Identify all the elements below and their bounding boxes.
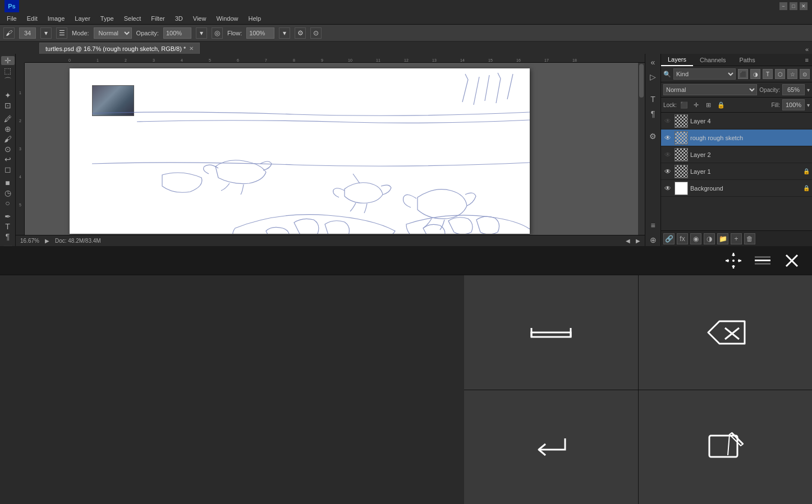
menu-select[interactable]: Select [120,14,146,23]
fill-input[interactable] [782,99,805,110]
scroll-right-btn[interactable]: ▶ [636,238,640,244]
brush-tool[interactable]: 🖌 [1,135,15,144]
layer-item-bg[interactable]: 👁 Background 🔒 [661,180,812,197]
collapse-panel-btn[interactable]: « [647,56,659,68]
layer-eye-layer4[interactable]: 👁 [663,117,672,126]
flow-triangle-icon[interactable]: ▾ [279,27,290,39]
search-pixel-btn[interactable]: ⬛ [738,69,748,79]
menu-layer[interactable]: Layer [70,14,95,23]
scroll-left-btn[interactable]: ◀ [626,238,630,244]
history-brush-tool[interactable]: ↩ [1,155,15,164]
airbrush-icon[interactable]: ◎ [212,27,223,39]
clone-tool[interactable]: ⊙ [1,145,15,154]
brush-picker-icon[interactable]: ▾ [40,27,52,39]
lock-artboards-btn[interactable]: ⊞ [704,100,714,110]
fill-chevron[interactable]: ▾ [807,102,810,108]
document-tab[interactable]: turtles.psd @ 16.7% (rough rough sketch,… [39,43,200,54]
scrollbar-vertical[interactable] [638,63,645,235]
paragraph-side-icon[interactable]: ¶ [647,108,659,120]
marquee-tool[interactable]: ⬚ [1,66,15,75]
eyedropper-tool[interactable]: 🖉 [1,114,15,123]
layer-item-layer2[interactable]: 👁 Layer 2 [661,146,812,163]
edit-key[interactable] [639,390,813,505]
layer-item-rough[interactable]: 👁 rough rough sketch [661,130,812,146]
menu-filter[interactable]: Filter [146,14,169,23]
layer-group-btn[interactable]: 📁 [717,233,728,244]
smoothing-icon[interactable]: ⚙ [295,27,306,39]
menu-type[interactable]: Type [96,14,118,23]
backspace-key[interactable] [639,275,813,390]
flow-input[interactable] [246,27,274,39]
virtual-kb-close-btn[interactable] [781,249,803,272]
layer-effects-btn[interactable]: fx [677,233,688,244]
dodge-tool[interactable]: ○ [1,198,15,207]
extra-side-icon[interactable]: ≡ [647,219,659,232]
search-adjust-btn[interactable]: ◑ [750,69,760,79]
scrollbar-vertical-thumb[interactable] [639,64,644,98]
menu-file[interactable]: File [2,14,21,23]
panel-collapse-btn[interactable]: ≡ [802,56,812,64]
move-tool[interactable]: ✛ [1,56,15,65]
tab-channels[interactable]: Channels [693,54,732,66]
menu-edit[interactable]: Edit [22,14,42,23]
search-kind-select[interactable]: Kind Name Effect [673,68,736,80]
search-shape-btn[interactable]: ⬡ [775,69,785,79]
magic-wand-tool[interactable]: ✦ [1,91,15,100]
search-type-btn[interactable]: T [763,69,773,79]
pen-tool[interactable]: ✒ [1,212,15,221]
opacity-chevron[interactable]: ▾ [807,87,810,93]
opacity-input[interactable] [163,27,191,39]
extra-side-icon2[interactable]: ⊕ [647,234,659,246]
lasso-tool[interactable]: ⌒ [1,76,15,86]
panel-collapse-arrow[interactable]: « [802,45,812,54]
tab-close-button[interactable]: ✕ [189,45,194,52]
enter-key[interactable] [464,390,638,505]
menu-help[interactable]: Help [244,14,266,23]
tab-paths[interactable]: Paths [733,54,762,66]
layer-eye-layer2[interactable]: 👁 [663,150,672,159]
eraser-tool[interactable]: ◻ [1,165,15,174]
search-smartobj-btn[interactable]: ☆ [787,69,797,79]
lock-move-btn[interactable]: ✛ [691,100,701,110]
mode-select[interactable]: Normal Multiply Screen [94,27,132,39]
minimize-button[interactable]: − [779,2,787,10]
canvas-scroll-area[interactable] [25,63,638,235]
blend-mode-select[interactable]: Normal Multiply Screen Overlay [663,84,757,95]
brush-settings-icon[interactable]: ☰ [56,27,67,39]
settings-side-icon[interactable]: ⚙ [647,130,659,142]
flow-icon[interactable]: ▷ [647,71,659,83]
gradient-tool[interactable]: ■ [1,178,15,187]
paragraph-tool[interactable]: ¶ [1,232,15,241]
close-button[interactable]: ✕ [800,2,808,10]
layer-adjustment-btn[interactable]: ◑ [704,233,715,244]
search-toggle[interactable]: ⊙ [800,69,810,79]
layer-mask-btn[interactable]: ◉ [690,233,701,244]
layer-item-layer1[interactable]: 👁 Layer 1 🔒 [661,163,812,180]
maximize-button[interactable]: □ [790,2,797,10]
pressure-icon[interactable]: ⊙ [310,27,322,39]
layer-eye-layer1[interactable]: 👁 [663,167,672,176]
type-icon[interactable]: T [647,93,659,105]
spot-heal-tool[interactable]: ⊕ [1,124,15,133]
virtual-kb-minimize-btn[interactable] [751,249,774,272]
opacity-triangle-icon[interactable]: ▾ [196,27,207,39]
new-layer-btn[interactable]: + [731,233,742,244]
lock-pixels-btn[interactable]: ⬛ [679,100,689,110]
opacity-input[interactable] [782,84,805,95]
lock-all-btn[interactable]: 🔒 [716,100,726,110]
menu-window[interactable]: Window [212,14,242,23]
virtual-kb-move-btn[interactable] [722,249,745,272]
menu-image[interactable]: Image [43,14,70,23]
blur-tool[interactable]: ◷ [1,188,15,197]
link-layers-btn[interactable]: 🔗 [663,233,675,244]
space-key[interactable] [464,275,638,390]
layer-eye-rough[interactable]: 👁 [663,133,672,142]
layer-eye-bg[interactable]: 👁 [663,184,672,193]
brush-tool-icon[interactable]: 🖌 [3,27,15,39]
menu-3d[interactable]: 3D [171,14,187,23]
crop-tool[interactable]: ⊡ [1,101,15,110]
delete-layer-btn[interactable]: 🗑 [744,233,755,244]
layer-item-layer4[interactable]: 👁 Layer 4 [661,113,812,130]
text-tool[interactable]: T [1,222,15,231]
menu-view[interactable]: View [189,14,211,23]
